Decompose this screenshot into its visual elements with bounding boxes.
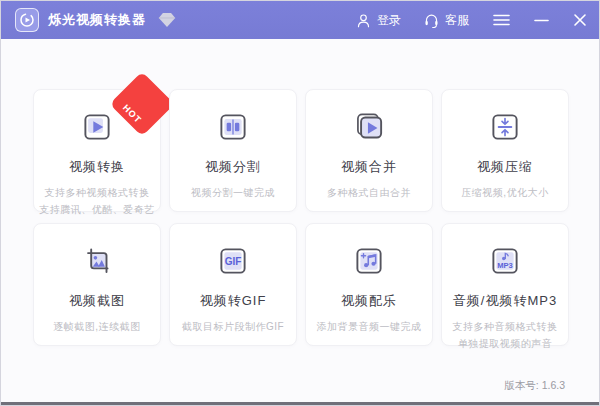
card-desc: 多种格式自由合并 [306, 185, 432, 202]
card-desc: 压缩视频,优化大小 [442, 185, 568, 202]
card-desc: 支持多种视频格式转换 支持腾讯、优酷、爱奇艺 [34, 185, 160, 218]
card-video-convert[interactable]: HOT 视频转换 支持多种视频格式转换 支持腾讯、优酷、爱奇艺 [33, 89, 161, 212]
card-desc: 逐帧截图,连续截图 [34, 319, 160, 336]
video-split-icon [170, 108, 296, 146]
headset-icon [423, 12, 440, 29]
video-compress-icon [442, 108, 568, 146]
close-icon [573, 13, 587, 27]
titlebar: 烁光视频转换器 登录 客服 [1, 1, 599, 39]
user-icon [355, 12, 372, 29]
card-desc: 支持多种音频格式转换 单独提取视频的声音 [442, 319, 568, 352]
app-logo-icon [15, 8, 39, 32]
video-merge-icon [306, 108, 432, 146]
hamburger-icon [493, 13, 510, 27]
card-title: 视频压缩 [442, 158, 568, 176]
video-screenshot-icon [34, 242, 160, 280]
card-desc: 截取目标片段制作GIF [170, 319, 296, 336]
close-button[interactable] [573, 13, 587, 27]
video-music-icon [306, 242, 432, 280]
card-title: 视频分割 [170, 158, 296, 176]
gif-icon: GIF [170, 242, 296, 280]
card-title: 视频转GIF [170, 292, 296, 310]
card-video-music[interactable]: 视频配乐 添加背景音频一键完成 [305, 223, 433, 346]
login-button[interactable]: 登录 [355, 12, 401, 29]
card-video-merge[interactable]: 视频合并 多种格式自由合并 [305, 89, 433, 212]
login-label: 登录 [377, 12, 401, 29]
card-desc: 添加背景音频一键完成 [306, 319, 432, 336]
card-audio-video-to-mp3[interactable]: MP3 音频/视频转MP3 支持多种音频格式转换 单独提取视频的声音 [441, 223, 569, 346]
mp3-icon: MP3 [442, 242, 568, 280]
main-content: HOT 视频转换 支持多种视频格式转换 支持腾讯、优酷、爱奇艺 [1, 39, 599, 346]
card-title: 视频合并 [306, 158, 432, 176]
menu-button[interactable] [493, 13, 510, 27]
card-title: 音频/视频转MP3 [442, 292, 568, 310]
card-title: 视频配乐 [306, 292, 432, 310]
svg-text:MP3: MP3 [497, 261, 513, 270]
minimize-button[interactable] [534, 13, 549, 27]
window-bottom-edge [1, 402, 599, 405]
card-video-screenshot[interactable]: 视频截图 逐帧截图,连续截图 [33, 223, 161, 346]
customer-service-button[interactable]: 客服 [423, 12, 469, 29]
card-title: 视频截图 [34, 292, 160, 310]
minimize-icon [534, 13, 549, 27]
version-label: 版本号: 1.6.3 [504, 379, 565, 393]
svg-text:GIF: GIF [225, 256, 242, 267]
app-window: { "titlebar": { "app_title": "烁光视频转换器", … [0, 0, 600, 406]
card-video-to-gif[interactable]: GIF 视频转GIF 截取目标片段制作GIF [169, 223, 297, 346]
card-desc: 视频分割一键完成 [170, 185, 296, 202]
vip-gem-icon[interactable] [158, 12, 176, 28]
service-label: 客服 [445, 12, 469, 29]
card-video-split[interactable]: 视频分割 视频分割一键完成 [169, 89, 297, 212]
card-title: 视频转换 [34, 158, 160, 176]
card-video-compress[interactable]: 视频压缩 压缩视频,优化大小 [441, 89, 569, 212]
app-title: 烁光视频转换器 [48, 11, 146, 29]
feature-grid: HOT 视频转换 支持多种视频格式转换 支持腾讯、优酷、爱奇艺 [33, 89, 567, 346]
